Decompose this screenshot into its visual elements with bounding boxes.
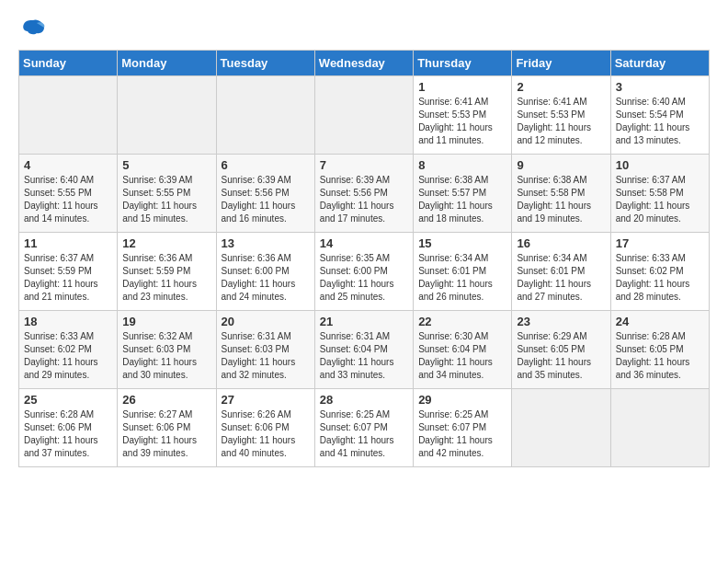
day-info: Sunrise: 6:36 AMSunset: 5:59 PMDaylight:… bbox=[122, 252, 210, 304]
calendar-cell: 3Sunrise: 6:40 AMSunset: 5:54 PMDaylight… bbox=[610, 76, 709, 155]
day-info: Sunrise: 6:34 AMSunset: 6:01 PMDaylight:… bbox=[517, 252, 605, 304]
day-number: 24 bbox=[616, 315, 704, 328]
day-info: Sunrise: 6:41 AMSunset: 5:53 PMDaylight:… bbox=[418, 96, 506, 147]
day-info: Sunrise: 6:40 AMSunset: 5:55 PMDaylight:… bbox=[24, 174, 112, 225]
weekday-header: Wednesday bbox=[314, 51, 413, 76]
day-info: Sunrise: 6:31 AMSunset: 6:04 PMDaylight:… bbox=[320, 330, 408, 382]
day-number: 14 bbox=[320, 236, 408, 250]
calendar-cell: 24Sunrise: 6:28 AMSunset: 6:05 PMDayligh… bbox=[610, 311, 709, 389]
calendar-cell: 5Sunrise: 6:39 AMSunset: 5:55 PMDaylight… bbox=[118, 155, 216, 233]
logo bbox=[18, 18, 46, 35]
day-info: Sunrise: 6:25 AMSunset: 6:07 PMDaylight:… bbox=[320, 408, 408, 460]
day-number: 12 bbox=[122, 236, 210, 250]
day-number: 17 bbox=[616, 236, 704, 250]
calendar-table: SundayMondayTuesdayWednesdayThursdayFrid… bbox=[18, 50, 710, 467]
day-info: Sunrise: 6:33 AMSunset: 6:02 PMDaylight:… bbox=[616, 252, 704, 304]
calendar-cell: 28Sunrise: 6:25 AMSunset: 6:07 PMDayligh… bbox=[314, 389, 413, 467]
day-number: 28 bbox=[320, 393, 408, 407]
day-info: Sunrise: 6:30 AMSunset: 6:04 PMDaylight:… bbox=[418, 330, 506, 382]
calendar-cell: 22Sunrise: 6:30 AMSunset: 6:04 PMDayligh… bbox=[414, 311, 512, 389]
calendar-cell bbox=[314, 76, 413, 155]
day-number: 25 bbox=[24, 393, 112, 407]
calendar-cell: 20Sunrise: 6:31 AMSunset: 6:03 PMDayligh… bbox=[216, 311, 314, 389]
day-number: 15 bbox=[418, 236, 506, 250]
calendar-cell: 7Sunrise: 6:39 AMSunset: 5:56 PMDaylight… bbox=[314, 155, 413, 233]
day-info: Sunrise: 6:31 AMSunset: 6:03 PMDaylight:… bbox=[222, 330, 310, 382]
calendar-week-row: 4Sunrise: 6:40 AMSunset: 5:55 PMDaylight… bbox=[19, 155, 710, 233]
day-number: 11 bbox=[24, 236, 112, 250]
calendar-header: SundayMondayTuesdayWednesdayThursdayFrid… bbox=[19, 51, 710, 76]
day-info: Sunrise: 6:33 AMSunset: 6:02 PMDaylight:… bbox=[24, 330, 112, 382]
day-info: Sunrise: 6:26 AMSunset: 6:06 PMDaylight:… bbox=[222, 408, 310, 460]
day-info: Sunrise: 6:36 AMSunset: 6:00 PMDaylight:… bbox=[222, 252, 310, 304]
calendar-cell bbox=[19, 76, 118, 155]
day-number: 9 bbox=[517, 158, 605, 172]
calendar-cell: 19Sunrise: 6:32 AMSunset: 6:03 PMDayligh… bbox=[118, 311, 216, 389]
calendar-cell bbox=[118, 76, 216, 155]
calendar-cell: 11Sunrise: 6:37 AMSunset: 5:59 PMDayligh… bbox=[19, 233, 118, 311]
day-number: 3 bbox=[616, 80, 704, 94]
weekday-header: Monday bbox=[118, 51, 216, 76]
calendar-cell: 13Sunrise: 6:36 AMSunset: 6:00 PMDayligh… bbox=[216, 233, 314, 311]
day-number: 21 bbox=[320, 315, 408, 328]
day-number: 22 bbox=[418, 315, 506, 328]
day-number: 29 bbox=[418, 393, 506, 407]
day-info: Sunrise: 6:27 AMSunset: 6:06 PMDaylight:… bbox=[122, 408, 210, 460]
calendar-cell bbox=[216, 76, 314, 155]
day-number: 5 bbox=[122, 158, 210, 172]
weekday-header: Tuesday bbox=[216, 51, 314, 76]
calendar-cell: 4Sunrise: 6:40 AMSunset: 5:55 PMDaylight… bbox=[19, 155, 118, 233]
calendar-week-row: 25Sunrise: 6:28 AMSunset: 6:06 PMDayligh… bbox=[19, 389, 710, 467]
calendar-cell bbox=[610, 389, 709, 467]
day-info: Sunrise: 6:34 AMSunset: 6:01 PMDaylight:… bbox=[418, 252, 506, 304]
day-number: 20 bbox=[222, 315, 310, 328]
calendar-cell: 18Sunrise: 6:33 AMSunset: 6:02 PMDayligh… bbox=[19, 311, 118, 389]
day-info: Sunrise: 6:25 AMSunset: 6:07 PMDaylight:… bbox=[418, 408, 506, 460]
calendar-cell: 1Sunrise: 6:41 AMSunset: 5:53 PMDaylight… bbox=[414, 76, 512, 155]
calendar-cell: 15Sunrise: 6:34 AMSunset: 6:01 PMDayligh… bbox=[414, 233, 512, 311]
calendar-body: 1Sunrise: 6:41 AMSunset: 5:53 PMDaylight… bbox=[19, 76, 710, 467]
calendar-week-row: 11Sunrise: 6:37 AMSunset: 5:59 PMDayligh… bbox=[19, 233, 710, 311]
calendar-cell: 14Sunrise: 6:35 AMSunset: 6:00 PMDayligh… bbox=[314, 233, 413, 311]
day-number: 13 bbox=[222, 236, 310, 250]
day-info: Sunrise: 6:35 AMSunset: 6:00 PMDaylight:… bbox=[320, 252, 408, 304]
day-number: 26 bbox=[122, 393, 210, 407]
day-info: Sunrise: 6:37 AMSunset: 5:58 PMDaylight:… bbox=[616, 174, 704, 225]
day-number: 19 bbox=[122, 315, 210, 328]
day-number: 23 bbox=[517, 315, 605, 328]
calendar-cell: 23Sunrise: 6:29 AMSunset: 6:05 PMDayligh… bbox=[512, 311, 610, 389]
calendar-cell: 21Sunrise: 6:31 AMSunset: 6:04 PMDayligh… bbox=[314, 311, 413, 389]
weekday-header: Sunday bbox=[19, 51, 118, 76]
day-number: 10 bbox=[616, 158, 704, 172]
day-info: Sunrise: 6:39 AMSunset: 5:56 PMDaylight:… bbox=[222, 174, 310, 225]
page-header bbox=[18, 18, 710, 35]
day-number: 2 bbox=[517, 80, 605, 94]
calendar-cell: 12Sunrise: 6:36 AMSunset: 5:59 PMDayligh… bbox=[118, 233, 216, 311]
calendar-cell: 2Sunrise: 6:41 AMSunset: 5:53 PMDaylight… bbox=[512, 76, 610, 155]
calendar-cell: 9Sunrise: 6:38 AMSunset: 5:58 PMDaylight… bbox=[512, 155, 610, 233]
calendar-cell bbox=[512, 389, 610, 467]
day-number: 6 bbox=[222, 158, 310, 172]
logo-bird-icon bbox=[20, 18, 46, 37]
calendar-cell: 8Sunrise: 6:38 AMSunset: 5:57 PMDaylight… bbox=[414, 155, 512, 233]
calendar-cell: 17Sunrise: 6:33 AMSunset: 6:02 PMDayligh… bbox=[610, 233, 709, 311]
day-info: Sunrise: 6:41 AMSunset: 5:53 PMDaylight:… bbox=[517, 96, 605, 147]
day-info: Sunrise: 6:38 AMSunset: 5:58 PMDaylight:… bbox=[517, 174, 605, 225]
weekday-row: SundayMondayTuesdayWednesdayThursdayFrid… bbox=[19, 51, 710, 76]
day-info: Sunrise: 6:39 AMSunset: 5:56 PMDaylight:… bbox=[320, 174, 408, 225]
day-number: 7 bbox=[320, 158, 408, 172]
day-number: 8 bbox=[418, 158, 506, 172]
day-info: Sunrise: 6:40 AMSunset: 5:54 PMDaylight:… bbox=[616, 96, 704, 147]
calendar-cell: 25Sunrise: 6:28 AMSunset: 6:06 PMDayligh… bbox=[19, 389, 118, 467]
calendar-cell: 27Sunrise: 6:26 AMSunset: 6:06 PMDayligh… bbox=[216, 389, 314, 467]
day-number: 18 bbox=[24, 315, 112, 328]
day-number: 27 bbox=[222, 393, 310, 407]
day-number: 16 bbox=[517, 236, 605, 250]
weekday-header: Thursday bbox=[414, 51, 512, 76]
calendar-week-row: 1Sunrise: 6:41 AMSunset: 5:53 PMDaylight… bbox=[19, 76, 710, 155]
calendar-week-row: 18Sunrise: 6:33 AMSunset: 6:02 PMDayligh… bbox=[19, 311, 710, 389]
calendar-cell: 26Sunrise: 6:27 AMSunset: 6:06 PMDayligh… bbox=[118, 389, 216, 467]
day-info: Sunrise: 6:38 AMSunset: 5:57 PMDaylight:… bbox=[418, 174, 506, 225]
day-info: Sunrise: 6:29 AMSunset: 6:05 PMDaylight:… bbox=[517, 330, 605, 382]
day-number: 4 bbox=[24, 158, 112, 172]
